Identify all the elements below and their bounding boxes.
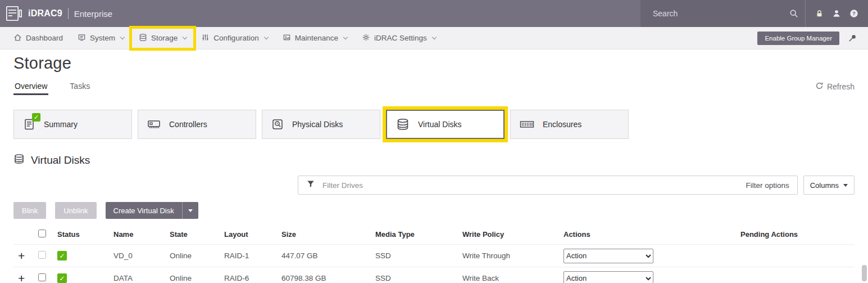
columns-dropdown-button[interactable]: Columns <box>803 176 855 195</box>
header-layout: Layout <box>220 230 277 239</box>
funnel-icon <box>306 179 315 191</box>
card-virtual-disks[interactable]: Virtual Disks <box>386 110 505 139</box>
card-label: Virtual Disks <box>418 120 462 129</box>
brand-area: iDRAC9 Enterprise <box>0 0 640 27</box>
enclosure-icon <box>520 119 534 129</box>
header-pending-actions: Pending Actions <box>736 230 855 239</box>
header-right: ? <box>640 0 868 27</box>
maintenance-icon <box>283 33 291 43</box>
card-label: Enclosures <box>543 120 581 129</box>
search-input[interactable] <box>652 8 789 19</box>
filter-row: Filter options Columns <box>13 176 855 195</box>
virtual-disks-table: Status Name State Layout Size Media Type… <box>13 224 855 283</box>
help-icon[interactable]: ? <box>849 9 858 18</box>
brand-edition: Enterprise <box>74 9 112 19</box>
columns-label: Columns <box>810 181 839 190</box>
sliders-icon <box>201 33 210 43</box>
select-all-checkbox[interactable] <box>38 230 46 237</box>
create-virtual-disk-label[interactable]: Create Virtual Disk <box>106 202 182 219</box>
refresh-label: Refresh <box>827 82 855 91</box>
system-icon <box>78 33 86 43</box>
table-toolbar: Blink Unblink Create Virtual Disk <box>13 202 855 219</box>
unblink-button[interactable]: Unblink <box>55 202 96 219</box>
expand-row-button[interactable] <box>18 253 25 262</box>
table-row-data: DATA Online RAID-6 60798.38 GB SSD Write… <box>13 267 855 283</box>
gear-icon <box>362 33 370 43</box>
page-content: Storage Overview Tasks Refresh Summary <box>0 54 868 283</box>
brand-name: iDRAC9 <box>28 8 62 19</box>
vertical-scrollbar-thumb[interactable] <box>862 265 867 281</box>
physical-disk-icon <box>271 118 284 131</box>
nav-storage[interactable]: Storage <box>132 29 193 48</box>
enable-group-manager-button[interactable]: Enable Group Manager <box>757 32 839 45</box>
cell-name: VD_0 <box>109 251 165 260</box>
table-body: VD_0 Online RAID-1 447.07 GB SSD Write T… <box>13 245 855 283</box>
header-state: State <box>165 230 220 239</box>
page-title: Storage <box>13 54 855 73</box>
cell-layout: RAID-1 <box>220 251 277 260</box>
nav-configuration[interactable]: Configuration <box>194 29 274 48</box>
section-header: Virtual Disks <box>13 154 855 167</box>
caret-down-icon <box>843 184 848 187</box>
filter-options-link[interactable]: Filter options <box>746 181 789 190</box>
virtual-disks-icon <box>13 154 25 167</box>
refresh-icon <box>815 82 824 92</box>
idrac-logo-icon[interactable] <box>6 6 22 21</box>
card-label: Summary <box>44 120 78 129</box>
cell-layout: RAID-6 <box>220 274 277 282</box>
storage-icon <box>139 33 147 43</box>
row-action-select[interactable]: Action <box>563 271 653 283</box>
header-media-type: Media Type <box>371 230 458 239</box>
table-row-vd0: VD_0 Online RAID-1 447.07 GB SSD Write T… <box>13 245 855 267</box>
nav-dashboard[interactable]: Dashboard <box>7 29 70 48</box>
table-header-row: Status Name State Layout Size Media Type… <box>13 224 855 245</box>
cell-write-policy: Write Back <box>458 274 559 282</box>
expand-row-button[interactable] <box>18 276 25 283</box>
card-controllers[interactable]: Controllers <box>138 110 256 139</box>
nav-system[interactable]: System <box>71 29 131 48</box>
card-enclosures[interactable]: Enclosures <box>510 110 629 139</box>
nav-maintenance[interactable]: Maintenance <box>276 29 354 48</box>
chevron-down-icon <box>432 35 437 39</box>
header-status: Status <box>53 230 109 239</box>
pin-icon[interactable] <box>848 34 857 43</box>
lock-icon[interactable] <box>815 9 824 18</box>
row-checkbox[interactable] <box>38 251 46 259</box>
idrac-storage-screen: iDRAC9 Enterprise ? <box>0 0 868 283</box>
create-virtual-disk-caret[interactable] <box>182 202 198 219</box>
cell-write-policy: Write Through <box>458 251 559 260</box>
nav-label: Configuration <box>213 34 258 42</box>
blink-button[interactable]: Blink <box>13 202 46 219</box>
chevron-down-icon <box>183 35 187 39</box>
nav-idrac-settings[interactable]: iDRAC Settings <box>355 29 443 48</box>
header-write-policy: Write Policy <box>458 230 559 239</box>
card-label: Physical Disks <box>292 120 343 129</box>
refresh-button[interactable]: Refresh <box>815 82 855 95</box>
user-icon[interactable] <box>832 9 841 18</box>
card-summary[interactable]: Summary <box>13 110 132 139</box>
cell-state: Online <box>165 251 220 260</box>
cell-media-type: SSD <box>371 274 458 282</box>
search-icon[interactable] <box>789 9 798 18</box>
cell-name: DATA <box>109 274 165 282</box>
tab-tasks[interactable]: Tasks <box>69 79 91 95</box>
row-checkbox[interactable] <box>38 273 46 281</box>
cell-size: 447.07 GB <box>277 251 371 260</box>
svg-text:?: ? <box>852 10 856 16</box>
header-name: Name <box>109 230 165 239</box>
filter-box: Filter options <box>298 176 798 195</box>
tab-overview[interactable]: Overview <box>13 79 48 95</box>
filter-drives-input[interactable] <box>321 181 739 190</box>
card-label: Controllers <box>169 120 207 129</box>
caret-down-icon <box>188 209 193 212</box>
header-size: Size <box>277 230 371 239</box>
card-physical-disks[interactable]: Physical Disks <box>262 110 380 139</box>
nav-label: System <box>90 34 115 42</box>
cell-state: Online <box>165 274 220 282</box>
row-action-select[interactable]: Action <box>563 249 653 263</box>
header-icons: ? <box>806 0 868 27</box>
top-header: iDRAC9 Enterprise ? <box>0 0 868 27</box>
header-actions: Actions <box>559 230 736 239</box>
status-ok-icon <box>57 273 67 283</box>
status-ok-badge <box>32 113 40 122</box>
